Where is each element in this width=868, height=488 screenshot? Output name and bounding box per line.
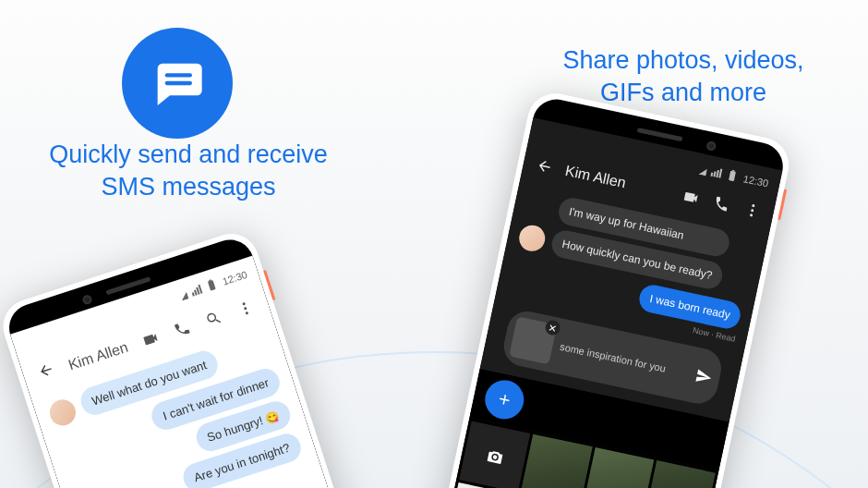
svg-rect-1 [165, 81, 192, 85]
read-receipt: Now · Read [692, 325, 736, 344]
contact-name[interactable]: Kim Allen [563, 163, 627, 191]
battery-icon [204, 277, 221, 294]
caption-left: Quickly send and receive SMS messages [22, 139, 355, 203]
svg-point-10 [751, 209, 754, 213]
avatar[interactable] [517, 223, 548, 253]
svg-point-11 [750, 214, 753, 217]
send-icon[interactable] [693, 367, 713, 386]
search-icon[interactable] [203, 308, 224, 329]
messages-app-logo [122, 28, 233, 139]
camera-tile[interactable] [459, 421, 530, 488]
call-icon[interactable] [172, 318, 193, 339]
video-icon[interactable] [681, 188, 701, 207]
status-time: 12:30 [742, 173, 769, 189]
video-icon[interactable] [140, 328, 162, 349]
svg-point-9 [752, 204, 755, 208]
status-time: 12:30 [221, 269, 248, 287]
call-icon[interactable] [712, 194, 731, 214]
messages-icon [148, 54, 207, 113]
attachment-thumbnail[interactable]: ✕ [509, 316, 557, 364]
signal-icon [711, 167, 723, 178]
more-icon[interactable] [235, 298, 256, 319]
bubble-text: So hungry! [205, 413, 264, 445]
back-icon[interactable] [36, 360, 58, 384]
back-icon[interactable] [535, 156, 554, 176]
battery-icon [725, 168, 741, 184]
contact-name[interactable]: Kim Allen [66, 338, 130, 373]
svg-rect-0 [165, 73, 192, 77]
svg-rect-2 [208, 280, 216, 291]
avatar[interactable] [46, 396, 78, 429]
earpiece [637, 128, 683, 141]
network-icon [699, 165, 707, 174]
add-button[interactable] [481, 376, 527, 422]
svg-point-5 [244, 306, 247, 310]
emoji-icon: 😋 [264, 409, 282, 425]
camera-icon [485, 447, 504, 467]
close-icon[interactable]: ✕ [544, 319, 561, 336]
gallery-tile[interactable] [521, 434, 592, 488]
compose-text[interactable]: some inspiration for you [559, 341, 689, 379]
svg-point-6 [245, 311, 248, 314]
svg-rect-7 [729, 171, 737, 181]
signal-icon [190, 285, 203, 297]
network-icon [179, 289, 188, 299]
more-icon[interactable] [742, 201, 762, 220]
svg-point-4 [242, 301, 246, 305]
